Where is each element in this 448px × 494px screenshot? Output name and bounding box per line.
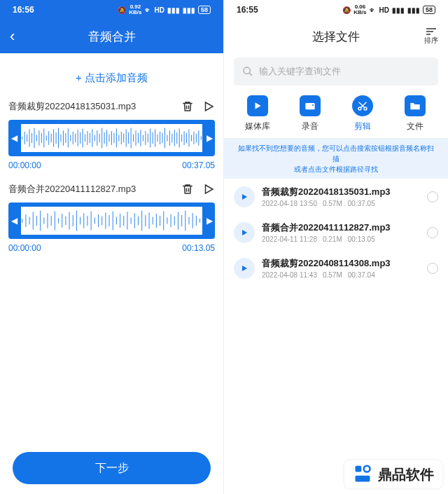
signal-icon: ▮▮▮ [167, 6, 180, 14]
hint-banner: 如果找不到您想要的音频，您可以点击搜索按钮根据音频名称扫描 或者点击文件根据路径… [224, 139, 448, 179]
brand-logo-icon [353, 465, 372, 484]
time-start: 00:00:00 [8, 160, 41, 170]
play-icon[interactable] [202, 183, 215, 195]
file-list: 音频裁剪20220418135031.mp3 2022-04-18 13:500… [224, 179, 448, 494]
track-name: 音频合并20220411112827.mp3 [8, 183, 181, 195]
time-start: 00:00:00 [8, 243, 41, 253]
scissors-icon [352, 95, 373, 116]
record-icon [300, 95, 321, 116]
tab-label: 录音 [302, 121, 318, 132]
add-audio-button[interactable]: + 点击添加音频 [8, 62, 215, 97]
signal-icon: ▮▮▮ [392, 6, 405, 14]
file-item[interactable]: 音频裁剪20220418135031.mp3 2022-04-18 13:500… [224, 179, 448, 214]
brand-watermark: 鼎品软件 [344, 460, 442, 488]
time-end: 00:37.05 [182, 160, 215, 170]
battery-badge: 58 [423, 6, 435, 14]
tab-record[interactable]: 录音 [289, 95, 331, 132]
svg-point-137 [364, 466, 370, 472]
left-content: + 点击添加音频 音频裁剪20220418135031.mp3 ◀ ▶ 00:0… [0, 53, 223, 494]
svg-rect-130 [305, 103, 314, 109]
trim-left-handle[interactable]: ◀ [8, 120, 20, 156]
status-indicators: 🔕 0.06KB/s ᯤ HD ▮▮▮ ▮▮▮ 58 [342, 4, 435, 15]
time-row: 00:00:00 00:13.05 [8, 243, 215, 253]
track-row: 音频裁剪20220418135031.mp3 [8, 100, 215, 113]
trim-right-handle[interactable]: ▶ [204, 120, 215, 156]
net-speed: 0.06KB/s [354, 4, 366, 15]
trim-left-handle[interactable]: ◀ [8, 203, 20, 239]
hd-icon: HD [155, 6, 164, 14]
app-header-left: ‹ 音频合并 [0, 20, 223, 53]
tab-label: 文件 [407, 121, 424, 132]
file-meta: 2022-04-11 11:280.21M00:13.05 [262, 235, 420, 243]
mute-icon: 🔕 [118, 6, 126, 14]
waveform [21, 124, 202, 152]
wifi-icon: ᯤ [370, 6, 377, 14]
waveform [21, 207, 202, 235]
tab-files[interactable]: 文件 [394, 95, 436, 132]
file-item[interactable]: 音频合并20220411112827.mp3 2022-04-11 11:280… [224, 214, 448, 250]
status-indicators: 🔕 0.92KB/s ᯤ HD ▮▮▮ ▮▮▮ 58 [118, 4, 211, 15]
time-row: 00:00:00 00:37.05 [8, 160, 215, 170]
track-row: 音频合并20220411112827.mp3 [8, 183, 215, 195]
status-time: 16:56 [13, 5, 34, 15]
file-item[interactable]: 音频裁剪20220408114308.mp3 2022-04-08 11:430… [224, 250, 448, 286]
left-phone: 16:56 🔕 0.92KB/s ᯤ HD ▮▮▮ ▮▮▮ 58 ‹ 音频合并 … [0, 0, 224, 494]
app-header-right: 选择文件 排序 [224, 20, 448, 53]
delete-icon[interactable] [181, 100, 194, 113]
file-name: 音频裁剪20220418135031.mp3 [262, 186, 420, 198]
svg-rect-136 [356, 466, 362, 472]
left-top-area: 16:56 🔕 0.92KB/s ᯤ HD ▮▮▮ ▮▮▮ 58 ‹ 音频合并 [0, 0, 223, 53]
page-title: 音频合并 [88, 29, 136, 45]
folder-icon [405, 95, 426, 116]
right-content: 输入关键字查询文件 媒体库 录音 剪辑 文件 如果找不到您想要的音频，您可以点击… [224, 53, 448, 494]
hd-icon: HD [379, 6, 389, 14]
trim-right-handle[interactable]: ▶ [204, 203, 215, 239]
sort-label: 排序 [424, 36, 438, 46]
next-button[interactable]: 下一步 [13, 452, 211, 484]
page-title: 选择文件 [312, 29, 360, 45]
svg-point-131 [312, 104, 314, 106]
play-button[interactable] [234, 186, 255, 207]
select-radio[interactable] [427, 191, 438, 203]
tab-media[interactable]: 媒体库 [237, 95, 279, 132]
tab-edit[interactable]: 剪辑 [342, 95, 384, 132]
waveform-box[interactable]: ◀ ▶ [8, 120, 215, 156]
search-input[interactable]: 输入关键字查询文件 [234, 57, 438, 85]
battery-badge: 58 [198, 6, 211, 14]
tab-label: 剪辑 [354, 121, 371, 132]
mute-icon: 🔕 [342, 6, 351, 14]
status-time: 16:55 [237, 5, 258, 15]
file-meta: 2022-04-18 13:500.57M00:37.05 [262, 200, 420, 207]
media-icon [247, 95, 268, 116]
status-bar-left: 16:56 🔕 0.92KB/s ᯤ HD ▮▮▮ ▮▮▮ 58 [0, 0, 223, 20]
svg-line-129 [249, 73, 252, 76]
status-bar-right: 16:55 🔕 0.06KB/s ᯤ HD ▮▮▮ ▮▮▮ 58 [224, 0, 448, 20]
svg-rect-138 [356, 476, 370, 482]
brand-name: 鼎品软件 [378, 465, 434, 484]
time-end: 00:13.05 [182, 243, 215, 253]
wifi-icon: ᯤ [145, 6, 152, 14]
signal-icon-2: ▮▮▮ [407, 6, 420, 14]
play-button[interactable] [234, 258, 255, 279]
select-radio[interactable] [427, 263, 438, 274]
tab-bar: 媒体库 录音 剪辑 文件 [224, 92, 448, 139]
search-icon [242, 66, 253, 77]
file-name: 音频裁剪20220408114308.mp3 [262, 257, 420, 270]
sort-icon [425, 27, 438, 36]
delete-icon[interactable] [181, 183, 194, 195]
play-icon[interactable] [202, 100, 215, 113]
file-name: 音频合并20220411112827.mp3 [262, 221, 420, 234]
select-radio[interactable] [427, 227, 438, 238]
sort-button[interactable]: 排序 [424, 27, 438, 46]
play-button[interactable] [234, 222, 255, 243]
net-speed: 0.92KB/s [129, 4, 141, 15]
right-phone: 16:55 🔕 0.06KB/s ᯤ HD ▮▮▮ ▮▮▮ 58 选择文件 排序… [224, 0, 448, 494]
svg-point-128 [244, 67, 250, 74]
search-placeholder: 输入关键字查询文件 [259, 65, 341, 78]
tab-label: 媒体库 [245, 121, 270, 132]
back-button[interactable]: ‹ [10, 27, 15, 46]
signal-icon-2: ▮▮▮ [183, 6, 195, 14]
file-meta: 2022-04-08 11:430.57M00:37.04 [262, 271, 420, 279]
waveform-box[interactable]: ◀ ▶ [8, 203, 215, 239]
track-name: 音频裁剪20220418135031.mp3 [8, 100, 181, 113]
